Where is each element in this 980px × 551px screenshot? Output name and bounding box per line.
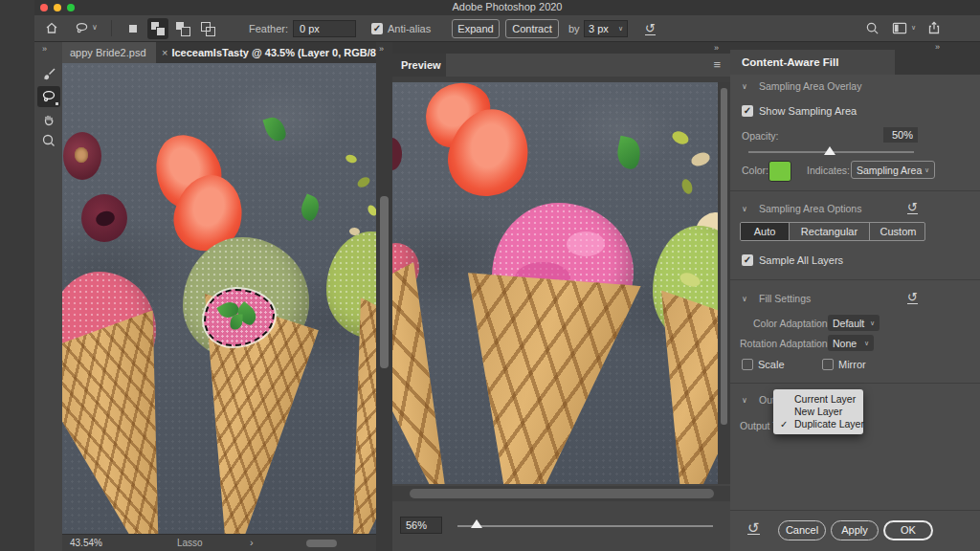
antialias-checkbox[interactable]: ✓ [371, 23, 383, 34]
titlebar: Adobe Photoshop 2020 [34, 0, 980, 15]
tab-content-aware-fill[interactable]: Content-Aware Fill [730, 50, 895, 75]
preview-vscroll-thumb[interactable] [721, 88, 727, 425]
apply-button[interactable]: Apply [831, 520, 879, 540]
reset-fill-settings-icon[interactable]: ↺ [907, 291, 918, 304]
feather-label: Feather: [249, 23, 288, 34]
cancel-button[interactable]: Cancel [778, 520, 826, 540]
active-document-title: IceceamIsTasty @ 43.5% (Layer 0, RGB/8) [171, 47, 379, 58]
check-icon: ✓ [780, 418, 788, 430]
window-title: Adobe Photoshop 2020 [34, 1, 980, 12]
sampling-overlay-header[interactable]: Sampling Area Overlay [759, 80, 861, 92]
preview-zoom-slider[interactable] [457, 525, 713, 527]
tools-panel: » [34, 42, 62, 551]
preview-vertical-scrollbar[interactable] [718, 82, 730, 484]
collapse-tools-icon[interactable]: » [42, 44, 47, 54]
rotation-adaptation-dropdown[interactable]: None ∨ [828, 335, 874, 351]
show-sampling-checkbox[interactable]: ✓ [742, 105, 753, 117]
sampling-mode-auto[interactable]: Auto [741, 223, 789, 240]
contract-button[interactable]: Contract [505, 19, 559, 38]
expand-button[interactable]: Expand [452, 19, 500, 38]
color-adaptation-dropdown[interactable]: Default ∨ [828, 315, 880, 331]
photo-cherry-half [81, 194, 127, 242]
chevron-right-icon[interactable]: › [250, 537, 254, 548]
reset-options-icon[interactable]: ↺ [645, 22, 656, 35]
section-chevron-icon[interactable]: ∨ [742, 396, 747, 405]
section-chevron-icon[interactable]: ∨ [742, 295, 747, 303]
photo-cherry-half [63, 132, 101, 180]
sample-all-layers-checkbox[interactable]: ✓ [742, 254, 753, 266]
section-chevron-icon[interactable]: ∨ [742, 205, 747, 213]
menu-item-duplicate-layer[interactable]: ✓ Duplicate Layer [773, 418, 863, 430]
show-sampling-label: Show Sampling Area [759, 105, 857, 117]
hand-tool[interactable] [37, 109, 60, 130]
sampling-mode-rectangular[interactable]: Rectangular [789, 223, 869, 240]
document-canvas[interactable] [62, 63, 376, 534]
collapse-preview-icon[interactable]: » [714, 43, 719, 53]
preview-canvas[interactable] [392, 82, 718, 484]
feather-input[interactable] [293, 20, 356, 37]
intersect-selection-button[interactable] [197, 18, 218, 39]
zoom-level[interactable]: 43.54% [70, 538, 102, 548]
rotation-adaptation-label: Rotation Adaptation: [740, 338, 831, 349]
output-to-menu: Current Layer New Layer ✓ Duplicate Laye… [773, 389, 863, 434]
sampling-mode-buttons: Auto Rectangular Custom [740, 222, 925, 241]
reset-sampling-options-icon[interactable]: ↺ [907, 201, 918, 214]
status-tool-name: Lasso [177, 538, 203, 548]
fill-settings-header[interactable]: Fill Settings [759, 293, 811, 304]
close-tab-icon[interactable]: × [162, 47, 167, 58]
workspace-icon[interactable] [892, 21, 907, 39]
lasso-tool-preset-icon[interactable] [75, 21, 89, 39]
vertical-scrollbar-thumb[interactable] [380, 196, 389, 368]
indicates-dropdown[interactable]: Sampling Area ∨ [851, 161, 935, 179]
new-selection-button[interactable] [122, 18, 144, 39]
divider [111, 20, 112, 36]
chevron-down-icon[interactable]: ∨ [911, 24, 916, 32]
share-icon[interactable] [926, 20, 942, 39]
document-vertical-scrollbar[interactable]: » [376, 42, 392, 551]
home-icon[interactable] [44, 20, 59, 39]
indicates-label: Indicates: [807, 165, 850, 176]
scale-label: Scale [758, 359, 785, 370]
sampling-brush-tool[interactable] [37, 63, 60, 84]
sample-all-layers-label: Sample All Layers [759, 254, 843, 266]
opacity-label: Opacity: [742, 130, 779, 142]
search-icon[interactable] [865, 21, 880, 39]
panel-collapse-icon[interactable]: » [379, 44, 384, 54]
chevron-down-icon: ∨ [864, 340, 869, 347]
preview-zoom-input[interactable] [400, 517, 442, 534]
color-adaptation-label: Color Adaptation: [753, 318, 831, 329]
zoom-tool[interactable] [37, 130, 60, 151]
sampling-mode-custom[interactable]: Custom [869, 223, 925, 240]
scale-checkbox[interactable] [742, 359, 753, 370]
add-to-selection-button[interactable] [147, 18, 168, 39]
chevron-down-icon: ∨ [870, 320, 875, 327]
tab-document-inactive[interactable]: appy Bride2.psd [62, 42, 156, 63]
preview-hscroll-thumb[interactable] [410, 489, 714, 498]
chevron-down-icon[interactable]: ∨ [92, 23, 98, 32]
horizontal-scrollbar-thumb[interactable] [306, 540, 337, 547]
color-label: Color: [742, 165, 768, 176]
content-aware-fill-panel: » Content-Aware Fill ∨ Sampling Area Ove… [730, 42, 980, 551]
mirror-checkbox[interactable] [822, 359, 834, 370]
preview-horizontal-scrollbar[interactable] [392, 486, 730, 501]
amount-select[interactable]: 3 px ∨ [584, 20, 628, 37]
reset-all-icon[interactable]: ↺ [747, 521, 760, 535]
tab-document-active[interactable]: ×IceceamIsTasty @ 43.5% (Layer 0, RGB/8) [156, 42, 405, 63]
lasso-tool[interactable] [37, 86, 60, 107]
opacity-slider-thumb[interactable] [824, 146, 835, 155]
tool-flyout-indicator [56, 102, 58, 105]
sampling-options-header[interactable]: Sampling Area Options [759, 203, 861, 214]
preview-zoom-slider-thumb[interactable] [471, 519, 482, 528]
ok-button[interactable]: OK [883, 520, 933, 540]
subtract-from-selection-button[interactable] [172, 18, 193, 39]
opacity-value-input[interactable] [883, 127, 918, 143]
chevron-down-icon: ∨ [924, 166, 929, 174]
photoshop-window: Adobe Photoshop 2020 ∨ Feather: ✓ [0, 0, 980, 551]
panel-menu-icon[interactable]: ≡ [713, 57, 721, 72]
menu-item-new-layer[interactable]: New Layer [773, 406, 863, 418]
menu-item-current-layer[interactable]: Current Layer [773, 393, 863, 406]
section-chevron-icon[interactable]: ∨ [742, 82, 747, 91]
tab-preview[interactable]: Preview [392, 54, 446, 77]
options-bar: ∨ Feather: ✓ Anti-alias Expand Contract … [34, 15, 980, 42]
overlay-color-swatch[interactable] [768, 161, 791, 182]
